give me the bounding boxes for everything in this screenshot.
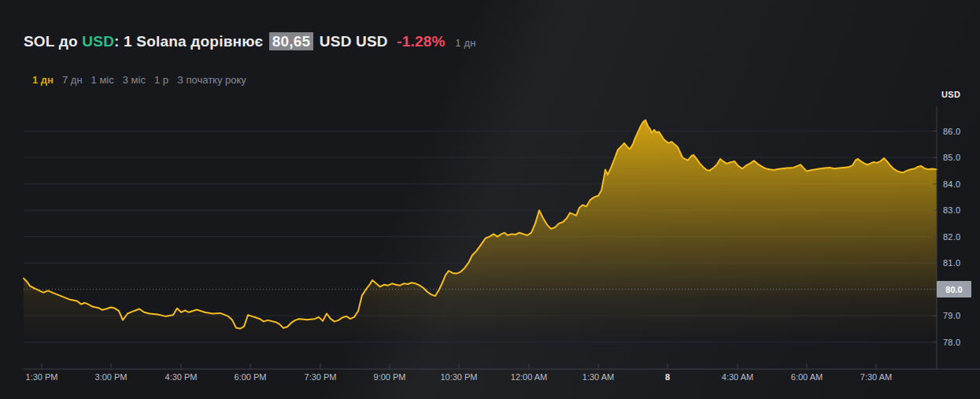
x-axis-label: 1:30 AM	[582, 372, 614, 382]
x-axis-label: 1:30 PM	[26, 372, 58, 382]
y-axis-label: 85.0	[943, 153, 960, 162]
price-chart-widget: SOL до USD: 1 Solana дорівнює 80,65 USD …	[0, 0, 980, 399]
baseline-price-badge: 80.0	[937, 281, 971, 297]
y-axis-label: 82.0	[943, 232, 960, 242]
x-axis-label: 12:00 AM	[511, 372, 547, 382]
y-axis-label: 78.0	[943, 338, 960, 347]
y-axis-label: 84.0	[943, 179, 960, 189]
x-axis-label: 6:00 AM	[791, 372, 823, 382]
x-axis-label: 7:30 PM	[305, 372, 337, 382]
x-axis-label: 7:30 AM	[860, 372, 892, 382]
x-axis-label: 10:30 PM	[440, 372, 477, 382]
y-axis-label: 81.0	[943, 258, 960, 268]
x-axis-label: 6:00 PM	[235, 372, 267, 382]
y-axis-label: 79.0	[943, 311, 960, 320]
y-axis-label: 83.0	[943, 205, 960, 215]
x-axis-label: 8	[665, 372, 670, 382]
x-axis-label: 9:00 PM	[374, 372, 406, 382]
price-chart[interactable]	[0, 0, 980, 399]
y-axis-label: 86.0	[943, 127, 960, 136]
x-axis-label: 3:00 PM	[95, 372, 128, 382]
axis-unit-label: USD	[941, 90, 960, 99]
x-axis-label: 4:30 PM	[165, 372, 198, 382]
x-axis-label: 4:30 AM	[722, 372, 753, 382]
